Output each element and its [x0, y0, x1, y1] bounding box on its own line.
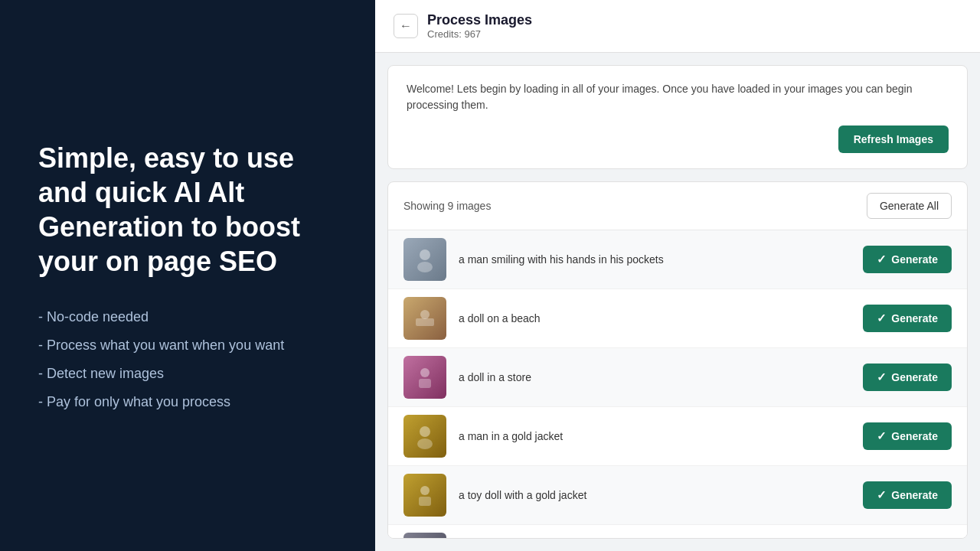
- left-panel: Simple, easy to use and quick AI Alt Gen…: [0, 0, 375, 551]
- image-alt-text: a doll on a beach: [459, 312, 851, 324]
- image-thumbnail: [403, 356, 446, 399]
- generate-check-icon: ✓: [877, 370, 887, 384]
- table-row: a man in a gold jacket✓ Generate: [388, 407, 967, 466]
- feature-item-2: - Process what you want when you want: [38, 337, 337, 354]
- svg-point-4: [420, 368, 430, 377]
- image-alt-text: a doll in a store: [459, 371, 851, 383]
- table-row: a man in a suit holding a glass of champ…: [388, 525, 967, 539]
- svg-point-7: [417, 439, 433, 449]
- table-row: a doll on a beach✓ Generate: [388, 289, 967, 348]
- header-text: Process Images Credits: 967: [427, 12, 532, 40]
- generate-button[interactable]: ✓ Generate: [863, 422, 952, 450]
- generate-check-icon: ✓: [877, 429, 887, 443]
- right-panel: ← Process Images Credits: 967 Welcome! L…: [375, 0, 980, 551]
- back-button[interactable]: ←: [394, 14, 418, 38]
- image-thumbnail: [403, 415, 446, 458]
- generate-button[interactable]: ✓ Generate: [863, 246, 952, 273]
- showing-count: Showing 9 images: [403, 200, 491, 212]
- table-row: a toy doll with a gold jacket✓ Generate: [388, 466, 967, 525]
- welcome-text: Welcome! Lets begin by loading in all of…: [407, 81, 949, 113]
- feature-item-1: - No-code needed: [38, 309, 337, 325]
- feature-item-3: - Detect new images: [38, 366, 337, 382]
- image-thumbnail: [403, 533, 446, 539]
- image-alt-text: a man smiling with his hands in his pock…: [459, 253, 851, 266]
- svg-point-0: [420, 249, 430, 260]
- welcome-box: Welcome! Lets begin by loading in all of…: [387, 65, 968, 169]
- image-thumbnail: [403, 474, 446, 517]
- images-area: Showing 9 images Generate All a man smil…: [387, 181, 968, 539]
- refresh-images-button[interactable]: Refresh Images: [838, 126, 949, 153]
- image-alt-text: a toy doll with a gold jacket: [459, 489, 851, 501]
- svg-point-1: [417, 262, 433, 272]
- table-row: a man smiling with his hands in his pock…: [388, 230, 967, 289]
- credits-label: Credits: 967: [427, 28, 532, 40]
- image-thumbnail: [403, 297, 446, 340]
- generate-button[interactable]: ✓ Generate: [863, 305, 952, 332]
- image-rows-container: a man smiling with his hands in his pock…: [388, 230, 967, 539]
- generate-all-button[interactable]: Generate All: [867, 193, 952, 219]
- generate-button[interactable]: ✓ Generate: [863, 364, 952, 391]
- svg-rect-9: [419, 497, 431, 506]
- generate-check-icon: ✓: [877, 488, 887, 502]
- svg-point-6: [420, 426, 430, 437]
- image-thumbnail: [403, 238, 446, 281]
- svg-rect-2: [416, 318, 434, 326]
- feature-item-4: - Pay for only what you process: [38, 394, 337, 410]
- feature-list: - No-code needed - Process what you want…: [38, 309, 337, 410]
- process-header: ← Process Images Credits: 967: [375, 0, 980, 53]
- hero-title: Simple, easy to use and quick AI Alt Gen…: [38, 141, 337, 279]
- svg-rect-5: [419, 379, 431, 388]
- images-header: Showing 9 images Generate All: [388, 182, 967, 230]
- page-title: Process Images: [427, 12, 532, 28]
- generate-check-icon: ✓: [877, 311, 887, 325]
- generate-check-icon: ✓: [877, 253, 887, 266]
- image-alt-text: a man in a gold jacket: [459, 430, 851, 442]
- svg-point-3: [420, 310, 430, 319]
- generate-button[interactable]: ✓ Generate: [863, 481, 952, 509]
- table-row: a doll in a store✓ Generate: [388, 348, 967, 407]
- svg-point-8: [420, 486, 430, 495]
